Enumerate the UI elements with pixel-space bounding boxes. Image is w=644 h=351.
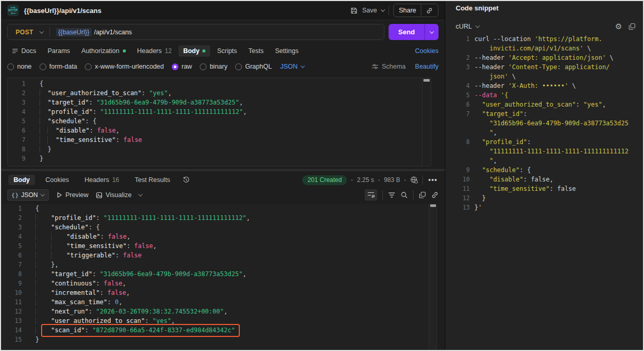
request-body-editor[interactable]: 1{2 "user_authorized_to_scan": "yes",3 "… xyxy=(7,77,431,166)
visualize-button[interactable]: Visualize xyxy=(96,191,132,199)
cookies-link[interactable]: Cookies xyxy=(415,47,439,55)
response-time: 2.25 s xyxy=(357,176,374,184)
code-line: 3 "target_id": "31d65b96-6ea9-479b-909d-… xyxy=(8,98,431,107)
body-mode-GraphQL[interactable]: GraphQL xyxy=(235,63,272,70)
code-line: 12 "next_run": "2026-03-26T09:38:32.7455… xyxy=(1,307,437,316)
body-mode-row: noneform-datax-www-form-urlencodedrawbin… xyxy=(1,59,445,74)
raw-language-selector[interactable]: JSON xyxy=(280,63,304,70)
code-line: 2 "profile_id": "11111111-1111-1111-1111… xyxy=(1,213,437,223)
radio-icon[interactable] xyxy=(7,63,14,70)
tab-docs[interactable]: Docs xyxy=(7,45,41,57)
code-line: 9 "continuous": false, xyxy=(1,279,437,288)
method-chevron-icon[interactable] xyxy=(40,29,44,33)
body-mode-none[interactable]: none xyxy=(7,63,32,70)
save-icon[interactable] xyxy=(350,7,358,15)
wrap-text-icon xyxy=(367,192,375,198)
snippet-line: 9 "schedule": { xyxy=(445,165,643,175)
response-size: 983 B xyxy=(384,176,400,184)
snippet-line: "31d65b96-6ea9-479b-909d-a38773a53d25 xyxy=(445,119,643,128)
http-request-icon: HTTP xyxy=(7,5,19,16)
body-mode-x-www-form-urlencoded[interactable]: x-www-form-urlencoded xyxy=(85,63,164,70)
gear-icon[interactable]: ⚙ xyxy=(615,22,622,31)
share-button[interactable]: Share xyxy=(393,4,439,17)
visualize-chevron-icon[interactable] xyxy=(138,192,143,196)
status-badge: 201 Created xyxy=(302,175,347,185)
code-line: 8 } xyxy=(8,145,431,154)
tab-authorization[interactable]: Authorization xyxy=(77,45,131,57)
language-chevron-icon xyxy=(301,63,305,68)
code-line: 1{ xyxy=(1,204,437,213)
body-mode-binary[interactable]: binary xyxy=(200,63,227,70)
body-mode-form-data[interactable]: form-data xyxy=(40,63,78,70)
snippet-line: json' \ xyxy=(445,72,643,81)
snippet-line: 11 "time_sensitive": false xyxy=(445,184,643,193)
code-line: 4 "profile_id": "11111111-1111-1111-1111… xyxy=(8,107,431,116)
response-tab-cookies[interactable]: Cookies xyxy=(40,175,74,185)
code-line: 6 "triggerable": false xyxy=(1,251,437,260)
search-icon[interactable] xyxy=(401,191,408,199)
request-title: {{baseUrl}}/api/v1/scans xyxy=(24,7,101,15)
code-line: 6 "disable": false, xyxy=(8,126,431,135)
code-line: 5 "time_sensitive": false, xyxy=(1,241,437,251)
tab-params[interactable]: Params xyxy=(43,45,74,57)
schema-button[interactable]: Schema xyxy=(371,63,406,70)
green-dot xyxy=(202,49,205,53)
network-icon[interactable] xyxy=(410,176,418,184)
response-tab-test-results[interactable]: Test Results xyxy=(130,175,175,185)
tab-headers[interactable]: Headers12 xyxy=(133,45,177,57)
url-path[interactable]: /api/v1/scans xyxy=(94,29,132,36)
snippet-line: 13}' xyxy=(445,203,643,212)
tab-scripts[interactable]: Scripts xyxy=(212,45,241,57)
response-format-selector[interactable]: { } JSON xyxy=(7,189,49,201)
preview-button[interactable]: Preview xyxy=(56,191,88,199)
radio-icon[interactable] xyxy=(40,63,46,70)
code-line: 4 "disable": false, xyxy=(1,232,437,241)
tab-body[interactable]: Body xyxy=(178,45,210,57)
response-tab-headers[interactable]: Headers16 xyxy=(79,175,124,185)
save-dropdown-chevron-icon[interactable] xyxy=(380,7,384,11)
radio-icon[interactable] xyxy=(200,63,207,70)
code-line: 7 "time_sensitive": false xyxy=(8,135,431,145)
save-button[interactable]: Save xyxy=(362,7,377,14)
language-chevron-icon[interactable] xyxy=(475,23,480,28)
copy-icon[interactable] xyxy=(628,23,636,30)
more-options-button[interactable]: ••• xyxy=(428,176,437,184)
link-icon[interactable] xyxy=(431,191,439,199)
play-icon xyxy=(56,192,62,198)
scrollbar[interactable] xyxy=(429,204,437,350)
radio-icon[interactable] xyxy=(235,63,242,70)
tab-tests[interactable]: Tests xyxy=(244,45,268,57)
radio-icon[interactable] xyxy=(172,63,178,70)
send-options-chevron-icon[interactable] xyxy=(430,29,434,33)
filter-icon[interactable] xyxy=(388,192,395,198)
response-tab-body[interactable]: Body xyxy=(8,175,35,185)
code-line: 9} xyxy=(8,154,431,163)
snippet-line: ", xyxy=(445,128,643,137)
response-body-editor[interactable]: 1{2 "profile_id": "11111111-1111-1111-11… xyxy=(1,204,437,350)
share-label[interactable]: Share xyxy=(399,7,416,14)
snippet-language-selector[interactable]: cURL xyxy=(456,23,472,30)
link-icon[interactable] xyxy=(426,7,433,14)
green-dot xyxy=(123,49,126,53)
body-mode-raw[interactable]: raw xyxy=(172,63,192,70)
history-icon[interactable] xyxy=(183,176,190,184)
topbar: HTTP {{baseUrl}}/api/v1/scans Save Share xyxy=(1,1,445,20)
snippet-line: 12 } xyxy=(445,193,643,203)
send-button[interactable]: Send xyxy=(389,24,439,40)
method-selector[interactable]: POST xyxy=(8,29,40,36)
beautify-button[interactable]: Beautify xyxy=(415,63,439,70)
code-line: 3 "schedule": { xyxy=(1,223,437,232)
url-base-variable[interactable]: {{baseUrl}} xyxy=(56,28,92,36)
pane-splitter[interactable] xyxy=(1,169,445,171)
format-chevron-icon[interactable] xyxy=(40,192,44,196)
snippet-line: 5--data '{ xyxy=(445,90,643,100)
response-tabs: BodyCookiesHeaders16Test Results201 Crea… xyxy=(1,173,445,187)
radio-icon[interactable] xyxy=(85,63,92,70)
copy-icon[interactable] xyxy=(419,191,426,199)
wrap-text-button[interactable] xyxy=(365,189,377,201)
tab-settings[interactable]: Settings xyxy=(271,45,303,57)
url-bar[interactable]: POST {{baseUrl}} /api/v1/scans xyxy=(7,24,384,40)
snippet-line: 7 "target_id": xyxy=(445,109,643,119)
request-pane: HTTP {{baseUrl}}/api/v1/scans Save Share… xyxy=(1,1,445,350)
scrollbar[interactable] xyxy=(422,78,431,166)
